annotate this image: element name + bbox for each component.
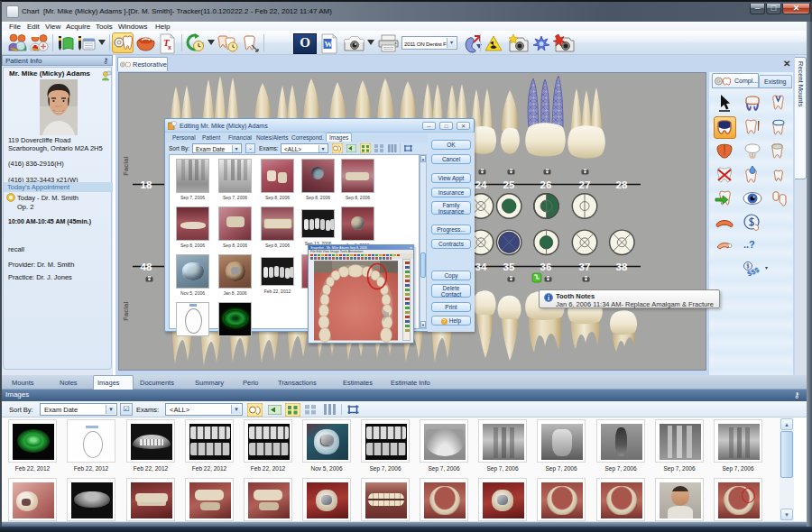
svg-text:35: 35 <box>503 261 515 272</box>
svg-text:18: 18 <box>141 179 152 190</box>
svg-text:34: 34 <box>475 261 487 272</box>
svg-text:48: 48 <box>141 261 152 272</box>
svg-text:i: i <box>548 294 549 302</box>
svg-text:24: 24 <box>475 179 487 190</box>
svg-text:37: 37 <box>579 261 591 272</box>
svg-text:25: 25 <box>503 179 515 190</box>
svg-text:x: x <box>168 44 171 50</box>
svg-text:Facial: Facial <box>122 156 130 175</box>
svg-text:27: 27 <box>579 179 591 190</box>
svg-text:Facial: Facial <box>122 301 130 320</box>
svg-text:28: 28 <box>616 179 628 190</box>
svg-text:26: 26 <box>540 179 552 190</box>
svg-text:38: 38 <box>616 261 628 272</box>
svg-text:W: W <box>325 40 333 49</box>
svg-text:36: 36 <box>540 261 552 272</box>
